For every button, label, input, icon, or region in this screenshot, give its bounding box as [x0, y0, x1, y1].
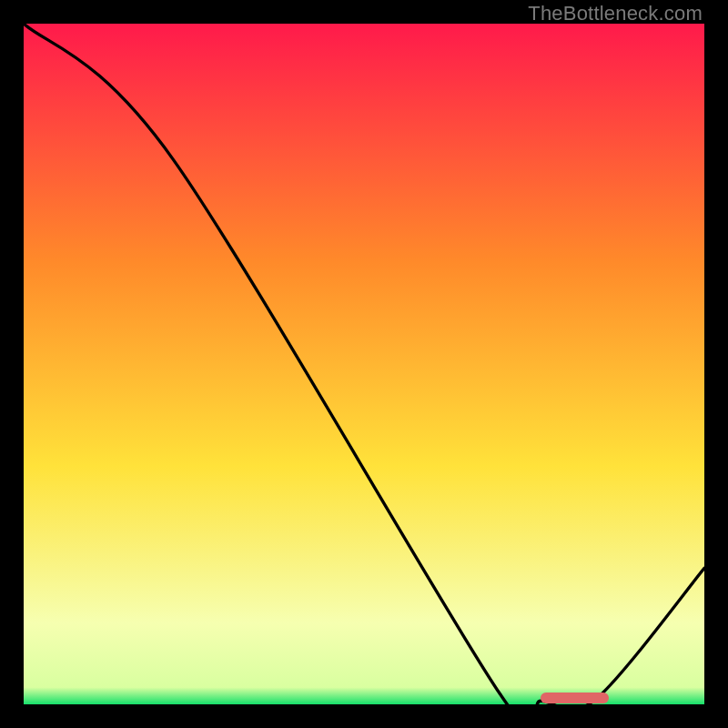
optimal-range-marker [541, 693, 609, 703]
watermark-text: TheBottleneck.com [528, 2, 703, 25]
chart-frame [24, 24, 704, 704]
bottleneck-curve [24, 24, 704, 704]
